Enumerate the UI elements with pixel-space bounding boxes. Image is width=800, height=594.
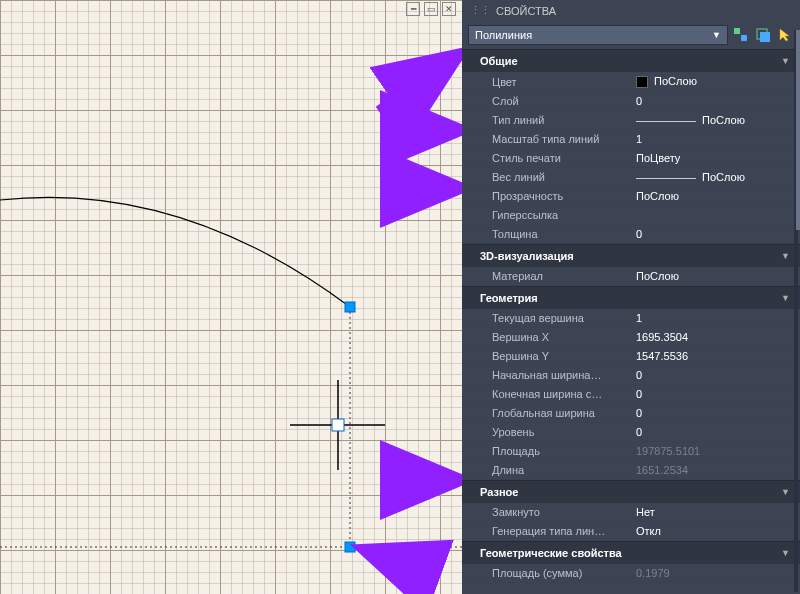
line-preview-icon: [636, 121, 696, 122]
panel-title: СВОЙСТВА: [496, 5, 556, 17]
prop-row-hyperlink[interactable]: Гиперссылка: [462, 206, 800, 225]
prop-row-end-width[interactable]: Конечная ширина с…0: [462, 385, 800, 404]
drawing-svg: [0, 0, 462, 594]
cursor-pickbox: [332, 419, 344, 431]
prop-row-linetype[interactable]: Тип линийПоСлою: [462, 111, 800, 130]
vertex-handle[interactable]: [345, 302, 355, 312]
svg-rect-10: [741, 35, 747, 41]
chevron-down-icon: ▼: [781, 56, 790, 66]
prop-row-linetype-scale[interactable]: Масштаб типа линий1: [462, 130, 800, 149]
prop-row-plotstyle[interactable]: Стиль печатиПоЦвету: [462, 149, 800, 168]
prop-row-start-width[interactable]: Начальная ширина…0: [462, 366, 800, 385]
line-preview-icon: [636, 178, 696, 179]
prop-row-closed[interactable]: ЗамкнутоНет: [462, 503, 800, 522]
section-title: Геометрические свойства: [480, 547, 622, 559]
color-swatch-icon: [636, 76, 648, 88]
object-type-select[interactable]: Полилиния ▼: [468, 25, 728, 45]
chevron-down-icon: ▼: [781, 487, 790, 497]
svg-rect-9: [734, 28, 740, 34]
cursor-icon[interactable]: [776, 26, 794, 44]
vertex-handle[interactable]: [345, 542, 355, 552]
section-title: Геометрия: [480, 292, 538, 304]
chevron-down-icon: ▼: [712, 30, 721, 40]
section-3dviz-header[interactable]: 3D-визуализация ▼: [462, 244, 800, 267]
panel-title-bar[interactable]: ⋮⋮ СВОЙСТВА: [462, 0, 800, 23]
prop-row-color[interactable]: ЦветПоСлою: [462, 72, 800, 92]
prop-row-layer[interactable]: Слой0: [462, 92, 800, 111]
chevron-down-icon: ▼: [781, 251, 790, 261]
prop-row-length: Длина1651.2534: [462, 461, 800, 480]
prop-row-material[interactable]: МатериалПоСлою: [462, 267, 800, 286]
prop-row-thickness[interactable]: Толщина0: [462, 225, 800, 244]
quick-select-icon[interactable]: [732, 26, 750, 44]
section-title: Общие: [480, 55, 518, 67]
prop-row-vertex-x[interactable]: Вершина X1695.3504: [462, 328, 800, 347]
section-title: Разное: [480, 486, 518, 498]
grip-dots-icon: ⋮⋮: [470, 4, 490, 17]
prop-row-current-vertex[interactable]: Текущая вершина1: [462, 309, 800, 328]
prop-row-lineweight[interactable]: Вес линийПоСлою: [462, 168, 800, 187]
prop-row-area-sum: Площадь (сумма)0.1979: [462, 564, 800, 583]
prop-row-global-width[interactable]: Глобальная ширина0: [462, 404, 800, 423]
prop-row-vertex-y[interactable]: Вершина Y1547.5536: [462, 347, 800, 366]
svg-rect-12: [760, 32, 770, 42]
section-misc-header[interactable]: Разное ▼: [462, 480, 800, 503]
properties-panel: ⋮⋮ СВОЙСТВА Полилиния ▼ Общие ▼ ЦветПоСл…: [462, 0, 800, 594]
prop-row-linetype-gen[interactable]: Генерация типа лин…Откл: [462, 522, 800, 541]
section-geometry-header[interactable]: Геометрия ▼: [462, 286, 800, 309]
drawing-canvas[interactable]: ━ ▭ ✕: [0, 0, 462, 594]
prop-row-area: Площадь197875.5101: [462, 442, 800, 461]
prop-row-transparency[interactable]: ПрозрачностьПоСлою: [462, 187, 800, 206]
scrollbar-thumb[interactable]: [796, 30, 800, 230]
toggle-pick-icon[interactable]: [754, 26, 772, 44]
chevron-down-icon: ▼: [781, 293, 790, 303]
section-title: 3D-визуализация: [480, 250, 574, 262]
object-type-value: Полилиния: [475, 29, 532, 41]
section-geomprops-header[interactable]: Геометрические свойства ▼: [462, 541, 800, 564]
section-general-header[interactable]: Общие ▼: [462, 49, 800, 72]
prop-row-elevation[interactable]: Уровень0: [462, 423, 800, 442]
chevron-down-icon: ▼: [781, 548, 790, 558]
